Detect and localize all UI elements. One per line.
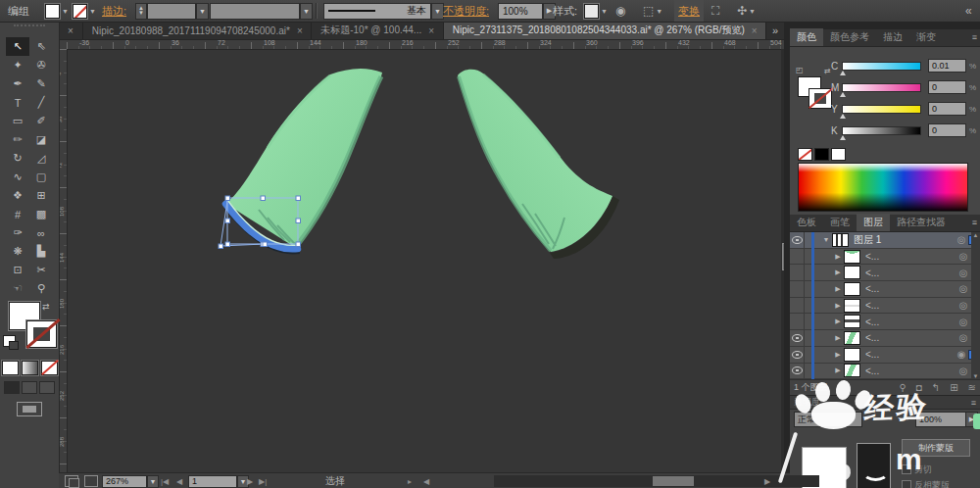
close-icon[interactable]: × — [752, 25, 758, 36]
new-sublayer-icon[interactable]: ↰ — [932, 382, 940, 393]
visibility-cell[interactable] — [790, 298, 805, 314]
target-icon[interactable]: ◉ — [955, 349, 968, 360]
color-spectrum-bar[interactable] — [798, 163, 968, 212]
visibility-cell[interactable] — [790, 330, 805, 346]
gradient-tool-icon[interactable]: ▩ — [29, 205, 53, 223]
color-tab-3[interactable]: 渐变 — [909, 28, 943, 46]
eraser-tool-icon[interactable]: ◪ — [29, 130, 53, 149]
new-layer-icon[interactable]: ⊞ — [950, 382, 957, 393]
panel-tab-1[interactable]: 画笔 — [823, 214, 857, 231]
visibility-cell[interactable] — [790, 265, 805, 280]
layer-row-7[interactable]: ▶<...◉ — [790, 347, 980, 364]
rectangle-tool-icon[interactable]: ▭ — [6, 112, 29, 130]
target-icon[interactable]: ◎ — [956, 366, 970, 376]
slider-value-field[interactable]: 0 — [928, 102, 966, 116]
layer-thumbnail[interactable] — [844, 299, 860, 313]
eye-icon[interactable] — [792, 366, 803, 374]
artboard-tool-icon[interactable]: ⊡ — [6, 261, 29, 279]
expand-triangle-icon[interactable]: ▶ — [832, 317, 844, 325]
layer-thumbnail[interactable] — [844, 250, 860, 264]
layer-thumbnail[interactable] — [844, 364, 860, 377]
artboard-field[interactable]: 1▼ — [188, 473, 249, 488]
draw-behind-button[interactable] — [22, 381, 37, 394]
align-icon[interactable]: ⛶ — [711, 0, 719, 22]
expand-triangle-icon[interactable]: ▶ — [832, 253, 844, 261]
direct-selection-tool-icon[interactable]: ⇖ — [29, 37, 53, 56]
lasso-tool-icon[interactable]: ✇ — [29, 56, 53, 74]
gradient-mode-button[interactable] — [22, 361, 38, 375]
black-swatch[interactable] — [814, 148, 829, 161]
layer-row-2[interactable]: ▶<...◎ — [790, 265, 980, 281]
stroke-link[interactable]: 描边: — [102, 0, 126, 22]
variable-width-select[interactable]: ▼ — [210, 0, 313, 22]
prev-artboard-button[interactable]: ◀ — [176, 473, 182, 488]
default-fill-stroke-icon[interactable] — [3, 335, 16, 347]
isolate-icon[interactable]: ✣▼ — [737, 0, 756, 22]
close-icon[interactable]: × — [297, 25, 303, 36]
panel-grip[interactable] — [14, 24, 45, 34]
screen-mode-button[interactable] — [17, 402, 42, 416]
collapse-triangle-icon[interactable]: ▼ — [820, 236, 832, 243]
export-icon[interactable] — [84, 473, 98, 488]
slice-tool-icon[interactable]: ✂ — [29, 261, 53, 279]
target-icon[interactable]: ◎ — [956, 283, 970, 294]
perspective-grid-tool-icon[interactable]: ⊞ — [29, 186, 53, 205]
visibility-cell[interactable] — [790, 249, 805, 265]
swap-icon[interactable]: ⇄ — [824, 67, 831, 75]
slider-marker[interactable] — [840, 114, 846, 119]
transform-link[interactable]: 变换 — [674, 0, 704, 22]
document-tab-stub[interactable]: × — [59, 22, 83, 39]
tab-overflow-icon[interactable]: » — [766, 22, 784, 39]
clip-checkbox[interactable] — [902, 464, 911, 474]
slider-marker[interactable] — [840, 71, 846, 75]
column-graph-tool-icon[interactable]: ▙ — [29, 242, 53, 261]
fill-swatch[interactable]: ▼ — [45, 0, 69, 22]
slider-track-M[interactable] — [842, 83, 921, 92]
opacity-field[interactable]: 100%▶ — [498, 0, 556, 22]
draw-normal-button[interactable] — [4, 381, 20, 394]
close-icon[interactable]: × — [428, 25, 434, 36]
layer-thumbnail[interactable] — [844, 266, 860, 279]
layer-thumbnail[interactable] — [832, 233, 849, 247]
expand-triangle-icon[interactable]: ▶ — [832, 366, 844, 374]
canvas-area[interactable]: -360367210814418021625228832436039643246… — [59, 39, 790, 472]
magic-wand-tool-icon[interactable]: ✦ — [6, 56, 29, 74]
expand-triangle-icon[interactable]: ▶ — [832, 302, 844, 310]
target-icon[interactable]: ◎ — [955, 234, 968, 245]
visibility-cell[interactable] — [790, 364, 805, 379]
collapse-icon[interactable] — [65, 473, 78, 488]
layer-row-3[interactable]: ▶<...◎ — [790, 281, 980, 298]
mini-stroke-swatch[interactable] — [808, 88, 832, 109]
slider-marker[interactable] — [840, 135, 846, 140]
color-tab-2[interactable]: 描边 — [876, 28, 909, 46]
opacity-link[interactable]: 不透明度: — [443, 0, 489, 22]
hscroll-left-arrow[interactable]: ◀ — [423, 473, 429, 488]
expand-triangle-icon[interactable]: ▶ — [832, 285, 844, 293]
last-artboard-button[interactable]: ▶| — [259, 473, 267, 488]
layer-row-5[interactable]: ▶<...◎ — [790, 314, 980, 330]
panel-tab-3[interactable]: 路径查找器 — [890, 214, 953, 231]
slider-track-K[interactable] — [842, 126, 921, 135]
expand-triangle-icon[interactable]: ▶ — [832, 351, 844, 359]
type-tool-icon[interactable]: T — [6, 93, 29, 112]
make-mask-button[interactable]: 制作蒙版 — [902, 439, 970, 457]
brush-definition-select[interactable]: 基本 ▼ — [323, 0, 444, 22]
visibility-cell[interactable] — [790, 314, 805, 329]
visibility-cell[interactable] — [790, 281, 805, 297]
blend-mode-select[interactable]: 正常 — [794, 412, 862, 427]
canvas-horizontal-scrollbar[interactable] — [494, 475, 819, 487]
document-tab-1[interactable]: 未标题-10* @ 100.44...× — [312, 22, 444, 39]
color-tab-0[interactable]: 颜色 — [790, 28, 823, 46]
layer-thumbnail[interactable] — [844, 282, 860, 296]
visibility-cell[interactable] — [790, 232, 805, 248]
stroke-swatch[interactable]: ▼ — [73, 0, 96, 22]
target-icon[interactable]: ◎ — [956, 332, 970, 343]
transparency-opacity-field[interactable]: 100% — [915, 412, 972, 427]
target-icon[interactable]: ◎ — [956, 251, 970, 262]
layer-row-1[interactable]: ▶<...◎ — [790, 249, 980, 266]
eye-icon[interactable] — [792, 334, 803, 342]
blend-tool-icon[interactable]: ∞ — [29, 223, 53, 242]
zoom-tool-icon[interactable]: ⚲ — [29, 279, 53, 298]
document-tab-2[interactable]: Nipic_27311375_20180801082504344033.ai* … — [444, 22, 766, 39]
free-transform-tool-icon[interactable]: ▢ — [29, 168, 53, 186]
